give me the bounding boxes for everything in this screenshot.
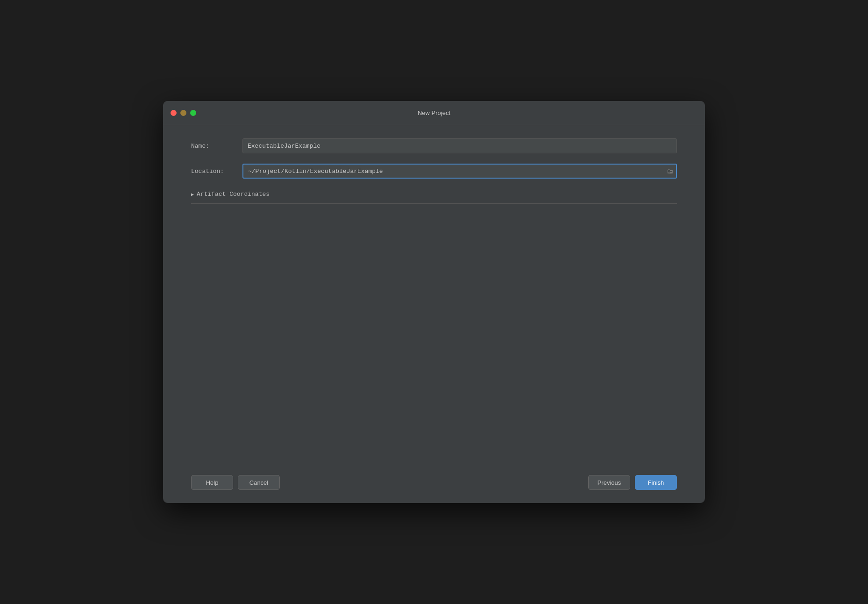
- artifact-arrow-icon: ▶: [191, 192, 194, 197]
- dialog-window: New Project Name: Location: 🗂 ▶: [163, 101, 705, 503]
- previous-button[interactable]: Previous: [588, 475, 630, 490]
- name-input[interactable]: [242, 138, 677, 153]
- window-controls: [171, 110, 196, 116]
- artifact-separator: [191, 203, 677, 204]
- name-row: Name:: [191, 138, 677, 153]
- finish-button[interactable]: Finish: [635, 475, 677, 490]
- cancel-button[interactable]: Cancel: [238, 475, 280, 490]
- location-input[interactable]: [242, 164, 677, 179]
- artifact-toggle[interactable]: ▶ Artifact Coordinates: [191, 191, 270, 198]
- browse-icon[interactable]: 🗂: [667, 167, 673, 175]
- minimize-button[interactable]: [180, 110, 186, 116]
- location-input-wrapper: 🗂: [242, 164, 677, 179]
- bottom-bar: Help Cancel Previous Finish: [163, 467, 705, 503]
- artifact-section: ▶ Artifact Coordinates: [191, 189, 677, 200]
- right-buttons: Previous Finish: [588, 475, 677, 490]
- artifact-label: Artifact Coordinates: [197, 191, 270, 198]
- location-label: Location:: [191, 168, 242, 175]
- left-buttons: Help Cancel: [191, 475, 280, 490]
- close-button[interactable]: [171, 110, 177, 116]
- name-label: Name:: [191, 143, 242, 150]
- help-button[interactable]: Help: [191, 475, 233, 490]
- dialog-content: Name: Location: 🗂 ▶ Artifact Coordinates: [163, 125, 705, 467]
- dialog-title: New Project: [418, 109, 450, 116]
- title-bar: New Project: [163, 101, 705, 125]
- location-row: Location: 🗂: [191, 164, 677, 179]
- maximize-button[interactable]: [190, 110, 196, 116]
- form-area: Name: Location: 🗂 ▶ Artifact Coordinates: [191, 138, 677, 458]
